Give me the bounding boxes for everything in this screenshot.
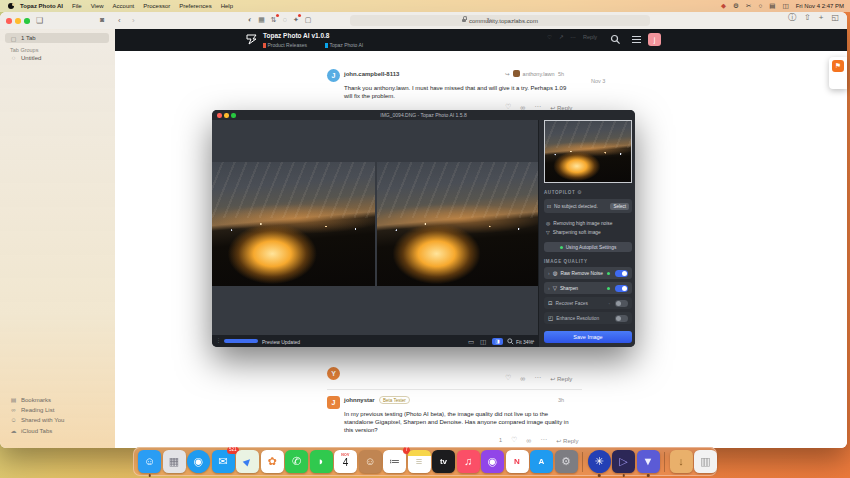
heart-icon[interactable]: ♡ xyxy=(547,34,552,40)
dock-item-photos[interactable]: ✿ xyxy=(261,450,284,473)
before-image[interactable] xyxy=(212,162,375,286)
status-icon-display-icon[interactable]: ▤ xyxy=(769,3,775,10)
reply-label[interactable]: Reply xyxy=(583,34,597,40)
dock-item-finder[interactable]: ☺ xyxy=(138,450,161,473)
filter-row-enhance-resolution[interactable]: ◰ Enhance Resolution xyxy=(544,312,632,324)
zoom-level[interactable]: Fit 34% xyxy=(516,339,533,345)
toolbar-icon-share-icon[interactable]: ⇧ xyxy=(804,12,811,23)
subcategory-badge[interactable]: Topaz Photo AI xyxy=(325,42,363,48)
dock-item-system-settings[interactable]: ⚙ xyxy=(555,450,578,473)
menu-item[interactable]: Preferences xyxy=(179,3,211,9)
dock-item-calendar[interactable]: NOV4 xyxy=(334,450,357,473)
dock-item-launchpad[interactable]: ▦ xyxy=(163,450,186,473)
status-icon-color-app-icon[interactable]: ◆ xyxy=(721,3,726,10)
dock-item-podcasts[interactable]: ◉ xyxy=(481,450,504,473)
menu-clock[interactable]: Fri Nov 4 2:47 PM xyxy=(796,3,844,9)
post-username[interactable]: john.campbell-8113 xyxy=(344,71,399,77)
dock-item-mail[interactable]: ✉521 xyxy=(212,450,235,473)
toggle-off[interactable] xyxy=(615,300,628,307)
filter-row-raw-remove-noise[interactable]: › ◍ Raw Remove Noise xyxy=(544,267,632,279)
dock-item-app-store[interactable]: A xyxy=(530,450,553,473)
ellipsis-icon[interactable]: ⋯ xyxy=(571,34,577,40)
user-avatar[interactable]: j xyxy=(648,33,661,46)
dock-item-music[interactable]: ♫ xyxy=(457,450,480,473)
sidebar-toggle-icon[interactable]: ❏ xyxy=(36,15,43,26)
dock-item-topaz-photo-ai[interactable]: ✳ xyxy=(588,450,611,473)
toolbar-icon-info-icon[interactable]: ⓘ xyxy=(788,12,796,23)
extension-icon-dark-mode-extension-icon[interactable]: ◐ xyxy=(248,16,252,24)
shield-extension-icon[interactable]: ◙ xyxy=(100,16,104,23)
dock-item-reminders[interactable]: ≔7 xyxy=(383,450,406,473)
dock-item-tv[interactable]: tv xyxy=(432,450,455,473)
heart-icon[interactable]: ♡ xyxy=(505,374,511,382)
toggle-on[interactable] xyxy=(615,270,628,277)
ellipsis-icon[interactable]: ⋯ xyxy=(540,436,547,444)
split-view-icon[interactable]: ◫ xyxy=(480,338,486,346)
dock-item-notes[interactable]: ≡ xyxy=(408,450,431,473)
menu-item[interactable]: View xyxy=(91,3,104,9)
sidebar-item-reading-list[interactable]: ∞Reading List xyxy=(10,407,64,413)
like-count[interactable]: 1 xyxy=(499,437,502,443)
avatar[interactable]: Y xyxy=(327,367,340,380)
reload-icon[interactable]: ↻ xyxy=(486,17,492,25)
sidebar-item-icloud-tabs[interactable]: ☁iCloud Tabs xyxy=(10,427,64,434)
sidebar-item-shared-with-you[interactable]: ☺Shared with You xyxy=(10,417,64,423)
status-icon-spotlight-icon[interactable]: ○ xyxy=(758,3,762,10)
forward-icon[interactable]: › xyxy=(132,15,135,26)
autopilot-settings-button[interactable]: Using Autopilot Settings xyxy=(544,242,632,252)
filter-row-sharpen[interactable]: › ▽ Sharpen xyxy=(544,282,632,294)
dock-item-maps[interactable]: ▶ xyxy=(236,450,259,473)
extension-icon-box-extension-icon[interactable]: ▢ xyxy=(305,16,312,24)
side-by-side-view-icon[interactable]: ◨ xyxy=(492,338,503,345)
toggle-on[interactable] xyxy=(615,285,628,292)
autopilot-gear-icon[interactable]: ⚙ xyxy=(577,189,581,195)
reply-button[interactable]: ↩ Reply xyxy=(556,437,578,444)
dock-item-topaz-video-ai[interactable]: ▷ xyxy=(612,450,635,473)
dock-item-contacts[interactable]: ☺ xyxy=(359,450,382,473)
search-icon[interactable] xyxy=(610,34,621,45)
share-icon[interactable]: ↗ xyxy=(559,34,564,40)
heart-icon[interactable]: ♡ xyxy=(511,436,517,444)
navigator-thumbnail[interactable] xyxy=(544,120,632,183)
single-view-icon[interactable]: ▭ xyxy=(468,338,474,346)
category-badge[interactable]: Product Releases xyxy=(263,42,307,48)
toolbar-icon-new-tab-icon[interactable]: + xyxy=(819,12,824,23)
zoom-window-button[interactable] xyxy=(24,18,30,24)
status-icon-control-center-icon[interactable]: ◫ xyxy=(782,3,788,10)
sidebar-item-tabs[interactable]: ▢ 1 Tab xyxy=(5,33,109,43)
extension-icon-grid-extension-icon[interactable]: ▦ xyxy=(258,16,265,24)
sidebar-item-untitled[interactable]: ◌ Untitled xyxy=(10,55,41,61)
avatar[interactable]: J xyxy=(327,396,340,409)
post-username[interactable]: johnnystar xyxy=(344,397,375,403)
image-canvas[interactable] xyxy=(212,120,538,335)
sidebar-item-bookmarks[interactable]: ▤Bookmarks xyxy=(10,396,64,403)
dock-item-topaz-gigapixel-ai[interactable]: ▼ xyxy=(637,450,660,473)
menu-item[interactable]: Processor xyxy=(143,3,170,9)
address-bar[interactable]: community.topazlabs.com xyxy=(350,15,650,26)
dock-item-facetime[interactable]: ✆ xyxy=(285,450,308,473)
close-window-button[interactable] xyxy=(6,18,12,24)
avatar[interactable]: J xyxy=(327,69,340,82)
status-icon-scissors-icon[interactable]: ✂ xyxy=(746,3,751,10)
zoom-window-button[interactable] xyxy=(231,113,236,118)
save-image-button[interactable]: Save Image xyxy=(544,331,632,343)
menu-item[interactable]: Account xyxy=(113,3,135,9)
reply-button[interactable]: ↩ Reply xyxy=(550,375,572,382)
menu-item[interactable]: File xyxy=(72,3,82,9)
link-icon[interactable]: ∞ xyxy=(526,437,531,444)
timeline-date[interactable]: Nov 3 xyxy=(591,78,605,84)
toolbar-icon-tab-overview-icon[interactable]: ◱ xyxy=(831,12,839,23)
zoom-caret-icon[interactable]: ▴ xyxy=(532,338,534,343)
dock-item-messages[interactable]: ◗ xyxy=(310,450,333,473)
extension-icon-star-extension-icon[interactable]: ✦ xyxy=(293,16,299,24)
after-image[interactable] xyxy=(377,162,539,286)
dock-item-news[interactable]: N xyxy=(506,450,529,473)
dock-item-downloads-folder[interactable]: ↓ xyxy=(670,450,693,473)
extension-icon-circle-extension-icon[interactable]: ◌ xyxy=(283,16,287,24)
topic-title[interactable]: Topaz Photo AI v1.0.8 xyxy=(263,32,329,39)
menu-item[interactable]: Help xyxy=(221,3,233,9)
apple-menu-icon[interactable] xyxy=(8,3,14,9)
filter-row-recover-faces[interactable]: ⊡ Recover Faces ◦ xyxy=(544,297,632,309)
dock-item-safari[interactable]: ◉ xyxy=(187,450,210,473)
ellipsis-icon[interactable]: ⋯ xyxy=(534,374,541,382)
